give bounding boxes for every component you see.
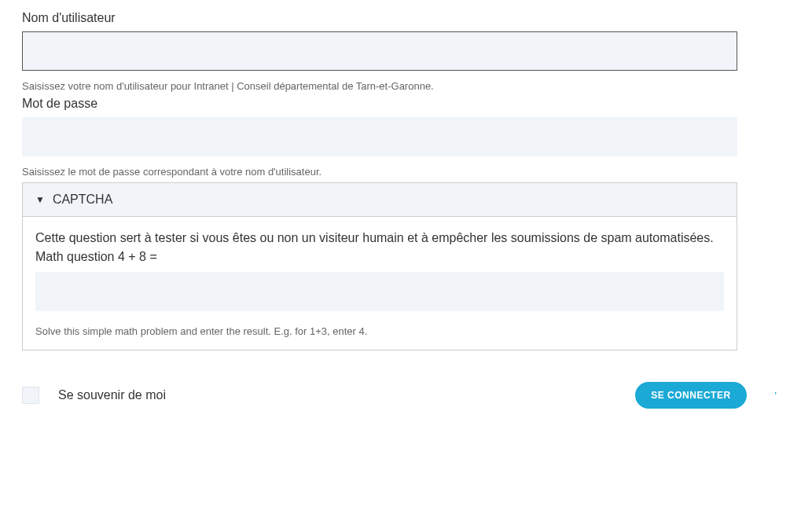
remember-group: Se souvenir de moi <box>22 387 166 404</box>
captcha-toggle[interactable]: ▼ CAPTCHA <box>23 183 737 217</box>
captcha-input[interactable] <box>35 272 724 311</box>
captcha-panel: ▼ CAPTCHA Cette question sert à tester s… <box>22 182 737 350</box>
captcha-hint: Solve this simple math problem and enter… <box>35 325 724 337</box>
captcha-question: Math question 4 + 8 = <box>35 250 724 264</box>
submit-button[interactable]: SE CONNECTER <box>635 382 746 409</box>
password-input[interactable] <box>22 117 737 156</box>
remember-checkbox[interactable] <box>22 387 39 404</box>
captcha-description: Cette question sert à tester si vous ête… <box>35 231 724 245</box>
username-input[interactable] <box>22 31 737 71</box>
remember-label: Se souvenir de moi <box>58 388 166 402</box>
username-label: Nom d'utilisateur <box>22 11 790 25</box>
footer-row: Se souvenir de moi SE CONNECTER ' <box>22 382 777 409</box>
password-hint: Saisissez le mot de passe correspondant … <box>22 166 790 178</box>
captcha-title: CAPTCHA <box>53 193 112 207</box>
username-group: Nom d'utilisateur Saisissez votre nom d'… <box>22 11 790 92</box>
username-hint: Saisissez votre nom d'utilisateur pour I… <box>22 80 790 92</box>
password-label: Mot de passe <box>22 97 790 111</box>
right-actions: SE CONNECTER ' <box>635 382 777 409</box>
password-group: Mot de passe Saisissez le mot de passe c… <box>22 97 790 178</box>
chevron-down-icon: ▼ <box>35 194 45 205</box>
tick-icon: ' <box>775 391 777 400</box>
captcha-body: Cette question sert à tester si vous ête… <box>23 217 737 350</box>
